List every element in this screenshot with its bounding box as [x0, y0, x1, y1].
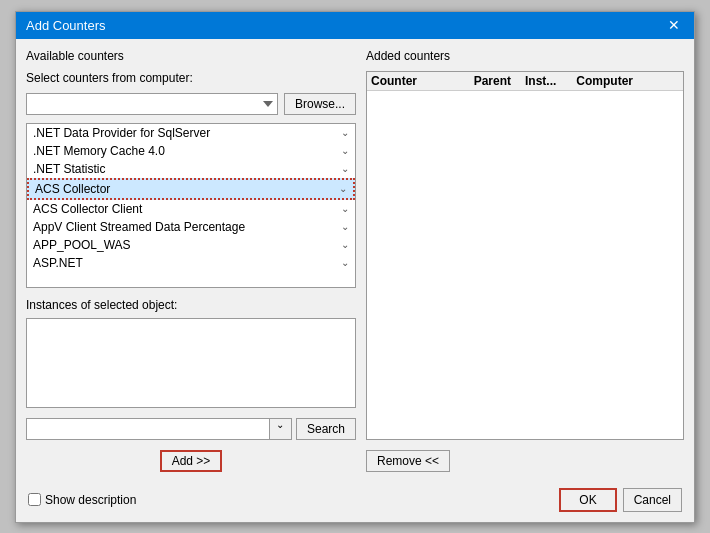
added-counters-header: Counter Parent Inst... Computer: [367, 72, 683, 91]
add-counters-dialog: Add Counters ✕ Available counters Select…: [15, 11, 695, 523]
show-description-row: Show description: [28, 493, 136, 507]
instances-label: Instances of selected object:: [26, 298, 356, 312]
chevron-icon: ⌄: [341, 239, 349, 250]
computer-row: Browse...: [26, 93, 356, 115]
search-row: ⌄ Search: [26, 418, 356, 440]
computer-select[interactable]: [26, 93, 278, 115]
col-header-counter: Counter: [371, 74, 474, 88]
list-item[interactable]: ACS Collector Client ⌄: [27, 200, 355, 218]
search-button[interactable]: Search: [296, 418, 356, 440]
chevron-icon: ⌄: [341, 203, 349, 214]
left-panel: Available counters Select counters from …: [26, 49, 356, 472]
col-header-computer: Computer: [576, 74, 679, 88]
remove-button-row: Remove <<: [366, 450, 684, 472]
chevron-icon: ⌄: [341, 127, 349, 138]
list-item[interactable]: .NET Statistic ⌄: [27, 160, 355, 178]
show-description-label: Show description: [45, 493, 136, 507]
ok-button[interactable]: OK: [559, 488, 616, 512]
dialog-footer: Show description OK Cancel: [16, 482, 694, 522]
chevron-icon: ⌄: [339, 183, 347, 194]
add-button-row: Add >>: [26, 450, 356, 472]
chevron-icon: ⌄: [341, 145, 349, 156]
col-header-inst: Inst...: [525, 74, 576, 88]
footer-buttons: OK Cancel: [559, 488, 682, 512]
chevron-icon: ⌄: [341, 163, 349, 174]
select-label: Select counters from computer:: [26, 71, 356, 85]
instances-box: [26, 318, 356, 408]
added-counters-label: Added counters: [366, 49, 684, 63]
list-item[interactable]: .NET Memory Cache 4.0 ⌄: [27, 142, 355, 160]
list-item[interactable]: AppV Client Streamed Data Percentage ⌄: [27, 218, 355, 236]
added-counters-box: Counter Parent Inst... Computer: [366, 71, 684, 440]
browse-button[interactable]: Browse...: [284, 93, 356, 115]
list-item-acs-collector[interactable]: ACS Collector ⌄: [27, 178, 355, 200]
cancel-button[interactable]: Cancel: [623, 488, 682, 512]
right-panel: Added counters Counter Parent Inst... Co…: [366, 49, 684, 472]
counter-list[interactable]: .NET Data Provider for SqlServer ⌄ .NET …: [26, 123, 356, 288]
title-bar: Add Counters ✕: [16, 12, 694, 39]
chevron-icon: ⌄: [341, 257, 349, 268]
chevron-icon: ⌄: [341, 221, 349, 232]
dialog-title: Add Counters: [26, 18, 106, 33]
dialog-body: Available counters Select counters from …: [16, 39, 694, 482]
search-input[interactable]: [27, 422, 269, 436]
close-button[interactable]: ✕: [664, 18, 684, 32]
col-header-parent: Parent: [474, 74, 525, 88]
available-counters-label: Available counters: [26, 49, 356, 63]
search-dropdown-icon[interactable]: ⌄: [269, 419, 291, 439]
show-description-checkbox[interactable]: [28, 493, 41, 506]
list-item[interactable]: APP_POOL_WAS ⌄: [27, 236, 355, 254]
add-button[interactable]: Add >>: [160, 450, 223, 472]
remove-button[interactable]: Remove <<: [366, 450, 450, 472]
search-input-wrap[interactable]: ⌄: [26, 418, 292, 440]
list-item[interactable]: .NET Data Provider for SqlServer ⌄: [27, 124, 355, 142]
list-item[interactable]: ASP.NET ⌄: [27, 254, 355, 272]
